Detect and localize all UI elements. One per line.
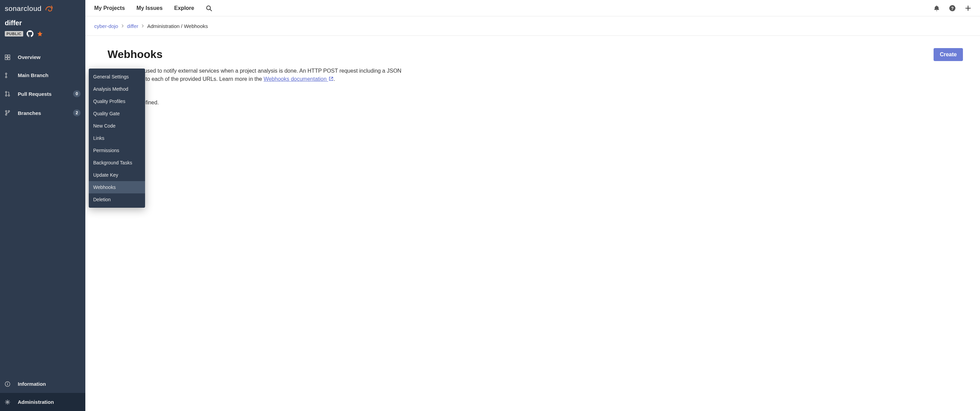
admin-menu-quality-profiles[interactable]: Quality Profiles (89, 95, 145, 108)
admin-menu-background-tasks[interactable]: Background Tasks (89, 157, 145, 169)
svg-point-11 (5, 114, 7, 115)
admin-menu-webhooks[interactable]: Webhooks (89, 181, 145, 194)
empty-state: No webhook defined. (108, 100, 415, 106)
branches-icon (5, 110, 10, 116)
branch-main-icon (5, 73, 10, 78)
admin-menu-permissions[interactable]: Permissions (89, 144, 145, 157)
topbar: My Projects My Issues Explore ? (85, 0, 980, 16)
create-button[interactable]: Create (934, 48, 963, 61)
admin-menu-new-code[interactable]: New Code (89, 120, 145, 132)
admin-menu-general-settings[interactable]: General Settings (89, 71, 145, 83)
doc-link-label: Webhooks documentation (264, 76, 327, 82)
topnav-explore[interactable]: Explore (174, 5, 194, 11)
breadcrumb: cyber-dojo differ Administration / Webho… (85, 16, 980, 36)
documentation-link[interactable]: Webhooks documentation (264, 76, 334, 82)
pull-requests-count: 0 (73, 90, 81, 97)
help-icon[interactable]: ? (949, 5, 955, 11)
sidebar-item-label: Overview (18, 54, 81, 60)
project-meta: PUBLIC (5, 30, 81, 37)
info-icon (5, 381, 10, 387)
chevron-right-icon (121, 24, 124, 28)
project-header: differ PUBLIC (0, 17, 85, 43)
page-title: Webhooks (108, 48, 415, 61)
visibility-badge: PUBLIC (5, 31, 23, 36)
admin-menu-analysis-method[interactable]: Analysis Method (89, 83, 145, 95)
svg-text:?: ? (951, 6, 954, 11)
bell-icon[interactable] (934, 5, 940, 11)
sidebar-item-information[interactable]: Information (0, 375, 85, 393)
nav-section: Overview Main Branch Pull Requests 0 Bra… (0, 48, 85, 122)
main-area: My Projects My Issues Explore ? cyber-do… (85, 0, 980, 411)
admin-menu-quality-gate[interactable]: Quality Gate (89, 108, 145, 120)
sidebar-item-label: Branches (18, 110, 65, 116)
project-name: differ (5, 19, 81, 27)
external-link-icon (329, 76, 334, 81)
sidebar-item-label: Pull Requests (18, 91, 65, 97)
sidebar-item-label: Information (18, 381, 81, 387)
sidebar-item-branches[interactable]: Branches 2 (0, 103, 85, 122)
page-description: Webhooks are used to notify external ser… (108, 67, 415, 83)
breadcrumb-project[interactable]: differ (127, 23, 138, 29)
topnav-my-issues[interactable]: My Issues (137, 5, 162, 11)
admin-menu-deletion[interactable]: Deletion (89, 194, 145, 206)
topnav-my-projects[interactable]: My Projects (94, 5, 125, 11)
sidebar-item-label: Administration (18, 399, 81, 405)
svg-point-10 (8, 111, 10, 112)
sidebar: sonarcloud differ PUBLIC Overview (0, 0, 85, 411)
search-icon[interactable] (206, 5, 212, 11)
breadcrumb-org[interactable]: cyber-dojo (94, 23, 118, 29)
grid-icon (5, 55, 10, 60)
content-actions: Create (934, 48, 966, 61)
svg-point-7 (5, 95, 7, 96)
svg-point-4 (5, 73, 7, 75)
brand-name: sonarcloud (5, 5, 41, 13)
sidebar-item-main-branch[interactable]: Main Branch (0, 66, 85, 84)
content-main: Webhooks Webhooks are used to notify ext… (108, 48, 415, 106)
svg-rect-1 (8, 55, 10, 57)
svg-rect-2 (5, 58, 7, 60)
sidebar-item-pull-requests[interactable]: Pull Requests 0 (0, 84, 85, 103)
top-nav: My Projects My Issues Explore (94, 5, 212, 11)
svg-point-5 (5, 76, 7, 78)
brand-logo[interactable]: sonarcloud (0, 0, 85, 17)
pull-request-icon (5, 91, 10, 97)
nav-section-bottom: Information Administration (0, 375, 85, 411)
github-icon[interactable] (27, 30, 33, 37)
plus-icon[interactable] (965, 5, 971, 11)
administration-menu: General Settings Analysis Method Quality… (89, 68, 145, 208)
svg-rect-3 (8, 58, 10, 60)
svg-point-8 (8, 95, 10, 96)
svg-point-13 (7, 401, 8, 403)
sonarcloud-logo-icon (45, 4, 53, 13)
top-icons: ? (934, 5, 971, 11)
admin-menu-links[interactable]: Links (89, 132, 145, 144)
sidebar-item-label: Main Branch (18, 72, 81, 78)
gear-icon (5, 399, 10, 405)
chevron-right-icon (141, 24, 145, 28)
desc-text: Webhooks are used to notify external ser… (108, 68, 401, 82)
desc-period: . (334, 76, 335, 82)
svg-rect-0 (5, 55, 7, 57)
branches-count: 2 (73, 109, 81, 116)
svg-point-9 (5, 111, 7, 112)
star-icon[interactable] (37, 31, 43, 37)
sidebar-item-overview[interactable]: Overview (0, 48, 85, 66)
sidebar-item-administration[interactable]: Administration (0, 393, 85, 411)
content: Webhooks Webhooks are used to notify ext… (85, 36, 980, 119)
svg-point-6 (5, 91, 7, 93)
breadcrumb-current: Administration / Webhooks (147, 23, 208, 29)
admin-menu-update-key[interactable]: Update Key (89, 169, 145, 181)
